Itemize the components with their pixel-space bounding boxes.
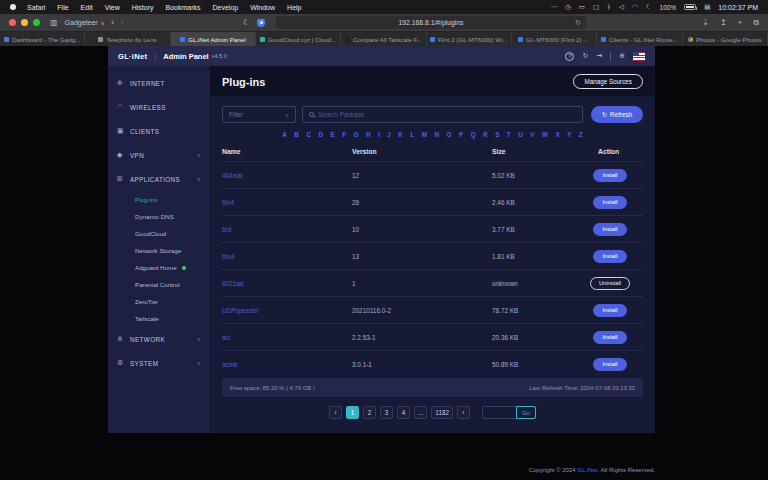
sidebar-item[interactable]: GoodCloud: [108, 225, 210, 242]
install-button[interactable]: Install: [593, 169, 627, 182]
sidebar-item[interactable]: NETWORK ∨: [108, 327, 210, 351]
go-button[interactable]: Go: [516, 406, 536, 419]
next-page-button[interactable]: ›: [457, 406, 470, 419]
browser-tab[interactable]: Dashboard - The Gadg...: [0, 32, 85, 46]
alphabet-letter[interactable]: H: [366, 131, 371, 138]
sidebar-item[interactable]: Tailscale: [108, 310, 210, 327]
sidebar-item[interactable]: CLIENTS: [108, 119, 210, 143]
menubar-status-icon[interactable]: ⋯: [551, 3, 558, 11]
dark-mode-extension-icon[interactable]: ☾: [243, 18, 250, 27]
alphabet-letter[interactable]: Y: [567, 131, 571, 138]
install-button[interactable]: Install: [593, 196, 627, 209]
toolbar-icon[interactable]: ↥: [720, 18, 727, 27]
fast-user-switch-icon[interactable]: ▤: [704, 3, 710, 11]
sidebar-item[interactable]: Dynamic DNS: [108, 208, 210, 225]
alphabet-letter[interactable]: J: [387, 131, 391, 138]
install-button[interactable]: Install: [593, 223, 627, 236]
browser-tab[interactable]: Flint 2 (GL-MT6000) Wi...: [427, 32, 512, 46]
apple-menu-icon[interactable]: [10, 4, 16, 10]
plugin-name-link[interactable]: 6to4: [222, 253, 352, 260]
menu-item[interactable]: Help: [287, 4, 301, 11]
page-number-button[interactable]: 1: [346, 406, 359, 419]
adblock-extension-icon[interactable]: [257, 19, 265, 27]
sidebar-item[interactable]: ZeroTier: [108, 293, 210, 310]
menu-item[interactable]: Bookmarks: [165, 4, 200, 11]
alphabet-letter[interactable]: K: [398, 131, 403, 138]
plugin-name-link[interactable]: 6in4: [222, 199, 352, 206]
browser-tab[interactable]: GL.iNet Admin Panel: [171, 32, 256, 46]
minimize-window-button[interactable]: [21, 19, 28, 26]
install-button[interactable]: Uninstall: [590, 277, 630, 290]
reload-icon[interactable]: ↻: [575, 19, 581, 27]
close-window-button[interactable]: [9, 19, 16, 26]
prev-page-button[interactable]: ‹: [329, 406, 342, 419]
sidebar-item[interactable]: INTERNET: [108, 71, 210, 95]
sidebar-item[interactable]: Plug-ins: [108, 191, 210, 208]
sidebar-item[interactable]: VPN ∨: [108, 143, 210, 167]
alphabet-letter[interactable]: C: [306, 131, 311, 138]
sidebar-item[interactable]: Network Storage: [108, 242, 210, 259]
sidebar-item[interactable]: SYSTEM ∨: [108, 351, 210, 375]
toolbar-icon[interactable]: ⧉: [753, 18, 759, 28]
sidebar-item[interactable]: APPLICATIONS ∧: [108, 167, 210, 191]
page-number-button[interactable]: 4: [397, 406, 410, 419]
alphabet-letter[interactable]: P: [459, 131, 463, 138]
browser-tab[interactable]: Clients - GL.iNet Route...: [597, 32, 682, 46]
menu-item[interactable]: Edit: [81, 4, 93, 11]
tab-group-selector[interactable]: Gadgeteer ∨: [65, 19, 105, 26]
browser-tab[interactable]: Compare All Tailscale F...: [341, 32, 426, 46]
plugin-name-link[interactable]: UDPspeeder: [222, 307, 352, 314]
alphabet-letter[interactable]: V: [530, 131, 534, 138]
menubar-status-icon[interactable]: ◠: [632, 3, 638, 11]
toolbar-icon[interactable]: +: [738, 18, 743, 27]
help-icon[interactable]: ?: [565, 52, 574, 61]
menubar-status-icon[interactable]: ▢: [593, 3, 599, 11]
menubar-status-icon[interactable]: ◷: [565, 3, 571, 11]
page-number-button[interactable]: ...: [414, 406, 427, 419]
reboot-icon[interactable]: ↻: [582, 52, 588, 60]
back-button[interactable]: ‹: [111, 18, 114, 27]
sidebar-item[interactable]: Parental Control: [108, 276, 210, 293]
us-flag-icon[interactable]: [633, 52, 645, 61]
alphabet-letter[interactable]: S: [495, 131, 499, 138]
forward-button[interactable]: ›: [121, 18, 124, 27]
address-bar[interactable]: 192.168.8.1/#/plugins ↻: [276, 16, 586, 29]
plugin-name-link[interactable]: 464xlat: [222, 172, 352, 179]
page-number-button[interactable]: 3: [380, 406, 393, 419]
refresh-button[interactable]: ↻ Refresh: [591, 106, 643, 123]
manage-sources-button[interactable]: Manage Sources: [573, 74, 643, 89]
alphabet-letter[interactable]: L: [410, 131, 414, 138]
menubar-status-icon[interactable]: ☾: [646, 3, 652, 11]
install-button[interactable]: Install: [593, 250, 627, 263]
menu-item[interactable]: View: [105, 4, 120, 11]
alphabet-letter[interactable]: Q: [471, 131, 476, 138]
menu-item[interactable]: History: [132, 4, 154, 11]
alphabet-letter[interactable]: E: [331, 131, 335, 138]
alphabet-letter[interactable]: N: [435, 131, 440, 138]
alphabet-letter[interactable]: O: [447, 131, 452, 138]
browser-tab[interactable]: GoodCloud.xyz | Cloud...: [256, 32, 341, 46]
alphabet-letter[interactable]: D: [318, 131, 323, 138]
install-button[interactable]: Install: [593, 331, 627, 344]
install-button[interactable]: Install: [593, 304, 627, 317]
language-globe-icon[interactable]: ⊕: [619, 52, 625, 60]
page-number-button[interactable]: 1182: [431, 406, 453, 419]
alphabet-letter[interactable]: Z: [579, 131, 583, 138]
browser-tab[interactable]: Telephoto 6x Lens: [85, 32, 170, 46]
alphabet-letter[interactable]: F: [342, 131, 346, 138]
alphabet-letter[interactable]: U: [518, 131, 523, 138]
menubar-status-icon[interactable]: ▭: [579, 3, 585, 11]
zoom-window-button[interactable]: [33, 19, 40, 26]
plugin-name-link[interactable]: acl: [222, 334, 352, 341]
alphabet-letter[interactable]: T: [507, 131, 511, 138]
plugin-name-link[interactable]: acme: [222, 361, 352, 368]
alphabet-letter[interactable]: X: [555, 131, 559, 138]
install-button[interactable]: Install: [593, 358, 627, 371]
alphabet-letter[interactable]: M: [422, 131, 427, 138]
glinet-link[interactable]: GL.iNet: [577, 467, 597, 473]
menu-item[interactable]: Window: [250, 4, 275, 11]
sidebar-item[interactable]: WIRELESS: [108, 95, 210, 119]
alphabet-letter[interactable]: B: [294, 131, 299, 138]
alphabet-letter[interactable]: I: [378, 131, 380, 138]
plugin-name-link[interactable]: 8021ad: [222, 280, 352, 287]
